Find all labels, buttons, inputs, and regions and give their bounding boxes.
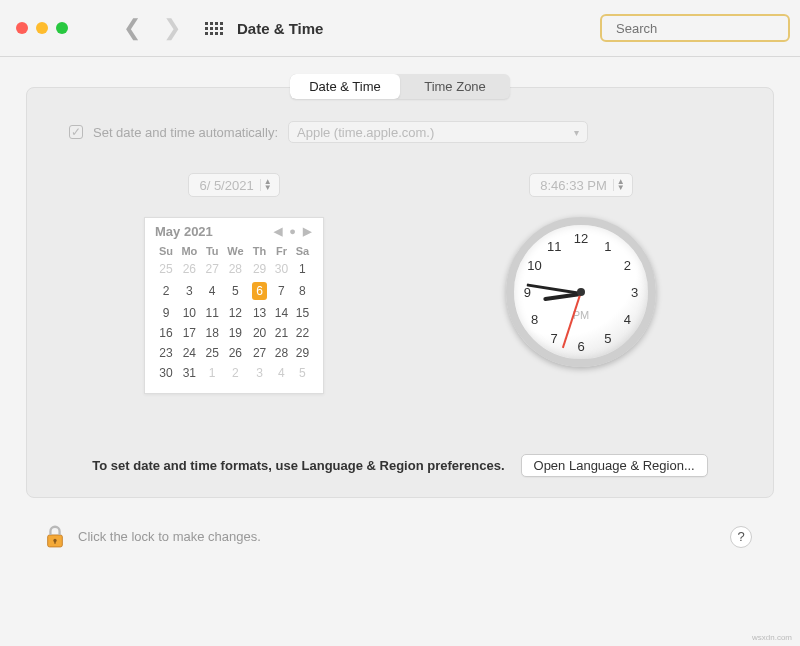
calendar-dow: Su — [155, 243, 177, 259]
window-title: Date & Time — [237, 20, 323, 37]
footer-hint: To set date and time formats, use Langua… — [92, 458, 504, 473]
clock-number: 3 — [631, 285, 638, 300]
calendar-day[interactable]: 5 — [223, 279, 248, 303]
calendar-day[interactable]: 15 — [292, 303, 313, 323]
analog-clock: PM 121234567891011 — [506, 217, 656, 367]
date-value: 6/ 5/2021 — [199, 178, 253, 193]
calendar-day[interactable]: 26 — [177, 259, 202, 279]
calendar-day[interactable]: 27 — [248, 343, 271, 363]
calendar-day[interactable]: 19 — [223, 323, 248, 343]
time-field[interactable]: 8:46:33 PM ▲▼ — [529, 173, 632, 197]
calendar-day[interactable]: 26 — [223, 343, 248, 363]
calendar-nav[interactable]: ◀ ● ▶ — [274, 225, 313, 238]
chevron-down-icon: ▾ — [574, 127, 579, 138]
calendar-day[interactable]: 8 — [292, 279, 313, 303]
calendar-dow: Mo — [177, 243, 202, 259]
calendar-day[interactable]: 30 — [271, 259, 292, 279]
calendar-day[interactable]: 1 — [292, 259, 313, 279]
clock-number: 6 — [577, 338, 584, 353]
calendar-day[interactable]: 16 — [155, 323, 177, 343]
time-server-select[interactable]: Apple (time.apple.com.) ▾ — [288, 121, 588, 143]
clock-number: 2 — [624, 258, 631, 273]
calendar-day[interactable]: 7 — [271, 279, 292, 303]
clock-number: 5 — [604, 331, 611, 346]
calendar-day[interactable]: 24 — [177, 343, 202, 363]
calendar-day[interactable]: 22 — [292, 323, 313, 343]
clock-number: 7 — [551, 331, 558, 346]
calendar-day[interactable]: 25 — [155, 259, 177, 279]
date-stepper[interactable]: ▲▼ — [260, 179, 275, 191]
lock-label: Click the lock to make changes. — [78, 529, 261, 544]
window-minimize-button[interactable] — [36, 22, 48, 34]
window-zoom-button[interactable] — [56, 22, 68, 34]
clock-number: 8 — [531, 311, 538, 326]
calendar-day[interactable]: 13 — [248, 303, 271, 323]
forward-button[interactable]: ❯ — [163, 15, 181, 41]
calendar-day[interactable]: 5 — [292, 363, 313, 383]
calendar-day[interactable]: 10 — [177, 303, 202, 323]
calendar: May 2021 ◀ ● ▶ SuMoTuWeThFrSa25262728293… — [144, 217, 324, 394]
set-automatically-label: Set date and time automatically: — [93, 125, 278, 140]
calendar-dow: Tu — [202, 243, 223, 259]
calendar-day[interactable]: 14 — [271, 303, 292, 323]
time-value: 8:46:33 PM — [540, 178, 607, 193]
search-input[interactable] — [616, 21, 784, 36]
calendar-day[interactable]: 18 — [202, 323, 223, 343]
time-server-value: Apple (time.apple.com.) — [297, 125, 434, 140]
window-close-button[interactable] — [16, 22, 28, 34]
calendar-day[interactable]: 20 — [248, 323, 271, 343]
calendar-day[interactable]: 2 — [223, 363, 248, 383]
calendar-day[interactable]: 4 — [271, 363, 292, 383]
clock-number: 1 — [604, 238, 611, 253]
show-all-preferences-button[interactable] — [205, 22, 223, 35]
calendar-day[interactable]: 31 — [177, 363, 202, 383]
clock-number: 4 — [624, 311, 631, 326]
calendar-day[interactable]: 3 — [177, 279, 202, 303]
clock-number: 9 — [524, 285, 531, 300]
search-field[interactable] — [600, 14, 790, 42]
calendar-day[interactable]: 28 — [223, 259, 248, 279]
tab-time-zone[interactable]: Time Zone — [400, 74, 510, 99]
help-button[interactable]: ? — [730, 526, 752, 548]
svg-rect-4 — [54, 540, 55, 543]
calendar-day[interactable]: 25 — [202, 343, 223, 363]
calendar-dow: Th — [248, 243, 271, 259]
calendar-day[interactable]: 30 — [155, 363, 177, 383]
watermark: wsxdn.com — [752, 633, 792, 642]
calendar-day[interactable]: 29 — [292, 343, 313, 363]
clock-number: 12 — [574, 231, 588, 246]
clock-number: 11 — [547, 238, 561, 253]
calendar-title: May 2021 — [155, 224, 213, 239]
calendar-day[interactable]: 2 — [155, 279, 177, 303]
calendar-day[interactable]: 29 — [248, 259, 271, 279]
calendar-dow: We — [223, 243, 248, 259]
tab-date-and-time[interactable]: Date & Time — [290, 74, 400, 99]
calendar-day[interactable]: 27 — [202, 259, 223, 279]
calendar-day[interactable]: 21 — [271, 323, 292, 343]
back-button[interactable]: ❮ — [123, 15, 141, 41]
calendar-day[interactable]: 17 — [177, 323, 202, 343]
calendar-day[interactable]: 6 — [248, 279, 271, 303]
calendar-day[interactable]: 11 — [202, 303, 223, 323]
tab-bar: Date & Time Time Zone — [290, 74, 510, 99]
calendar-dow: Fr — [271, 243, 292, 259]
clock-center — [577, 288, 585, 296]
calendar-day[interactable]: 23 — [155, 343, 177, 363]
time-stepper[interactable]: ▲▼ — [613, 179, 628, 191]
date-field[interactable]: 6/ 5/2021 ▲▼ — [188, 173, 279, 197]
calendar-day[interactable]: 3 — [248, 363, 271, 383]
calendar-day[interactable]: 1 — [202, 363, 223, 383]
open-language-region-button[interactable]: Open Language & Region... — [521, 454, 708, 477]
calendar-day[interactable]: 12 — [223, 303, 248, 323]
clock-number: 10 — [527, 258, 541, 273]
lock-icon[interactable] — [44, 524, 66, 550]
minute-hand — [526, 283, 581, 295]
calendar-day[interactable]: 4 — [202, 279, 223, 303]
calendar-day[interactable]: 28 — [271, 343, 292, 363]
calendar-dow: Sa — [292, 243, 313, 259]
calendar-day[interactable]: 9 — [155, 303, 177, 323]
set-automatically-checkbox[interactable]: ✓ — [69, 125, 83, 139]
